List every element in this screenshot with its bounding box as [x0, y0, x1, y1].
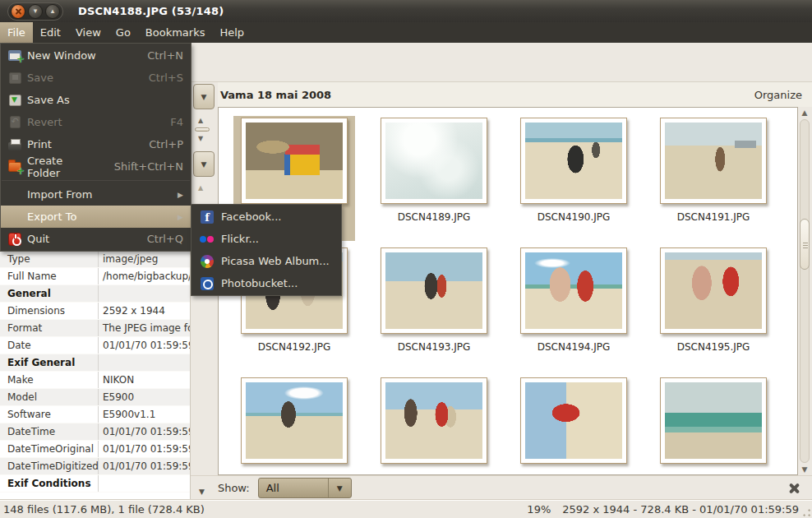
menubar-item-help[interactable]: Help — [212, 22, 251, 43]
thumbnail-item[interactable] — [364, 377, 504, 475]
property-label: Type — [0, 251, 99, 267]
filter-bar: ▼ Show: All ▼ — [191, 475, 812, 500]
submenu-item-picasawebalbum[interactable]: Picasa Web Album... — [191, 250, 341, 272]
photo-thumbnail — [660, 247, 767, 334]
property-label: Dimensions — [0, 303, 99, 319]
menu-item-accel: Ctrl+P — [149, 138, 183, 150]
property-row: DateTime01/01/70 01:59:59 — [0, 423, 190, 441]
scroll-down-icon[interactable]: ▼ — [802, 464, 808, 475]
photo-thumbnail — [660, 377, 767, 464]
menu-item-print[interactable]: PrintCtrl+P — [1, 133, 191, 155]
save-as-icon — [5, 95, 25, 106]
menu-item-create-folder[interactable]: Create FolderShift+Ctrl+N — [1, 155, 191, 178]
quit-icon — [5, 233, 25, 246]
menu-item-export-to[interactable]: Export To▶ — [1, 206, 191, 228]
revert-icon — [10, 116, 21, 128]
minimize-window-button[interactable]: ▾ — [28, 4, 43, 19]
menu-item-save-as[interactable]: Save As — [1, 89, 191, 111]
statusbar: 148 files (117.6 MB), 1 file (728.4 KB) … — [0, 500, 812, 518]
thumbnail-item[interactable] — [224, 377, 364, 475]
menu-item-accel: Ctrl+N — [147, 49, 183, 62]
property-value: 01/01/70 01:59:59 — [99, 443, 190, 455]
property-label: Date — [0, 337, 99, 354]
menu-item-revert[interactable]: RevertF4 — [1, 111, 191, 133]
property-label: Exif General — [0, 354, 99, 371]
folder-bar: Vama 18 mai 2008 Organize — [191, 82, 812, 107]
property-label: DateTime — [0, 423, 99, 440]
photo-thumbnail — [241, 118, 348, 204]
spin-down-icon[interactable]: ▼ — [199, 488, 205, 496]
thumbnail-filename: DSCN4194.JPG — [537, 341, 611, 353]
create-folder-icon — [8, 162, 21, 172]
photo-thumbnail — [520, 377, 627, 464]
organize-button[interactable]: Organize — [754, 89, 802, 101]
thumbnail-item-dscn4191[interactable]: DSCN4191.JPG — [644, 118, 783, 247]
scroll-up-icon[interactable]: ▲ — [802, 107, 808, 118]
menu-item-label: New Window — [27, 49, 126, 62]
thumbnail-item-dscn4194[interactable]: DSCN4194.JPG — [504, 247, 644, 377]
property-row: MakeNIKON — [0, 372, 190, 389]
menu-item-accel: F4 — [170, 116, 183, 128]
sidebar-dropdown-button[interactable]: ▼ — [193, 84, 215, 109]
menu-item-new-window[interactable]: New WindowCtrl+N — [1, 44, 191, 67]
facebook-icon: f — [201, 210, 214, 224]
properties-table: Typeimage/jpegFull Name/home/bigbackup/p… — [0, 251, 190, 493]
menubar-item-edit[interactable]: Edit — [33, 22, 68, 43]
menubar-item-file[interactable]: File — [0, 22, 33, 43]
scrollbar-thumb[interactable] — [800, 219, 810, 270]
file-count-status: 148 files (117.6 MB), 1 file (728.4 KB) — [3, 503, 205, 516]
photo-preview-beach-run — [246, 382, 343, 459]
menubar-item-view[interactable]: View — [68, 22, 108, 43]
thumbnail-item-dscn4195[interactable]: DSCN4195.JPG — [644, 247, 783, 377]
photo-preview-beach-group — [385, 382, 482, 459]
thumbnail-item-dscn4193[interactable]: DSCN4193.JPG — [364, 247, 504, 377]
thumbnail-item[interactable] — [504, 377, 644, 475]
show-filter-select[interactable]: All ▼ — [258, 478, 352, 498]
spin-down-icon[interactable]: ▼ — [198, 135, 203, 142]
menubar-item-go[interactable]: Go — [108, 22, 138, 43]
scrollbar-track[interactable] — [800, 119, 810, 463]
property-row: Dimensions2592 x 1944 — [0, 303, 190, 320]
grid-scrollbar: ▲ ▼ — [798, 107, 811, 475]
menu-item-label: Export To — [27, 210, 156, 223]
file-menu: New WindowCtrl+NSaveCtrl+SSave AsRevertF… — [0, 43, 191, 252]
submenu-item-flickr[interactable]: Flickr... — [191, 228, 341, 250]
photo-preview-clouds — [385, 123, 482, 199]
menubar-item-bookmarks[interactable]: Bookmarks — [138, 22, 213, 43]
flickr-icon — [198, 236, 216, 243]
menu-item-save[interactable]: SaveCtrl+S — [1, 67, 191, 89]
submenu-item-photobucket[interactable]: Photobucket... — [191, 272, 341, 294]
property-value: 01/01/70 01:59:59 — [99, 340, 190, 351]
resize-grip[interactable] — [801, 507, 811, 517]
photo-thumbnail — [241, 377, 348, 464]
export-to-submenu: fFacebook...Flickr...Picasa Web Album...… — [191, 204, 342, 296]
photo-preview-beach-walk — [385, 252, 482, 329]
property-value: NIKON — [99, 374, 190, 386]
property-value: The JPEG image for... — [99, 322, 190, 334]
close-window-button[interactable] — [11, 4, 25, 19]
thumbnail-item-dscn4190[interactable]: DSCN4190.JPG — [504, 118, 644, 247]
property-value: 01/01/70 01:59:59 — [99, 460, 190, 472]
menu-item-quit[interactable]: QuitCtrl+Q — [1, 228, 191, 250]
property-row: Full Name/home/bigbackup/po... — [0, 268, 190, 285]
submenu-item-label: Photobucket... — [221, 277, 298, 289]
maximize-window-button[interactable]: ▴ — [45, 4, 60, 19]
close-filterbar-icon[interactable] — [788, 482, 800, 494]
menu-item-accel: Ctrl+Q — [147, 233, 183, 245]
window-controls: ▾ ▴ — [7, 2, 63, 21]
show-filter-value: All — [259, 482, 328, 494]
sidebar-dropdown-button[interactable]: ▼ — [193, 151, 215, 177]
thumbnail-filename: DSCN4195.JPG — [677, 341, 750, 353]
photo-preview-seascape — [665, 382, 762, 459]
property-label: Format — [0, 320, 99, 336]
submenu-item-facebook[interactable]: fFacebook... — [191, 206, 341, 228]
thumbnail-filename: DSCN4191.JPG — [677, 211, 750, 223]
property-value: /home/bigbackup/po... — [99, 271, 190, 282]
thumbnail-item-dscn4189[interactable]: DSCN4189.JPG — [364, 118, 504, 247]
spin-up-icon[interactable]: ▲ — [198, 184, 203, 192]
property-value: E5900 — [99, 391, 190, 403]
thumbnail-item[interactable] — [644, 377, 783, 475]
mini-slider[interactable] — [195, 127, 210, 132]
spin-up-icon[interactable]: ▲ — [198, 117, 203, 124]
menu-item-import-from[interactable]: Import From▶ — [1, 183, 191, 206]
